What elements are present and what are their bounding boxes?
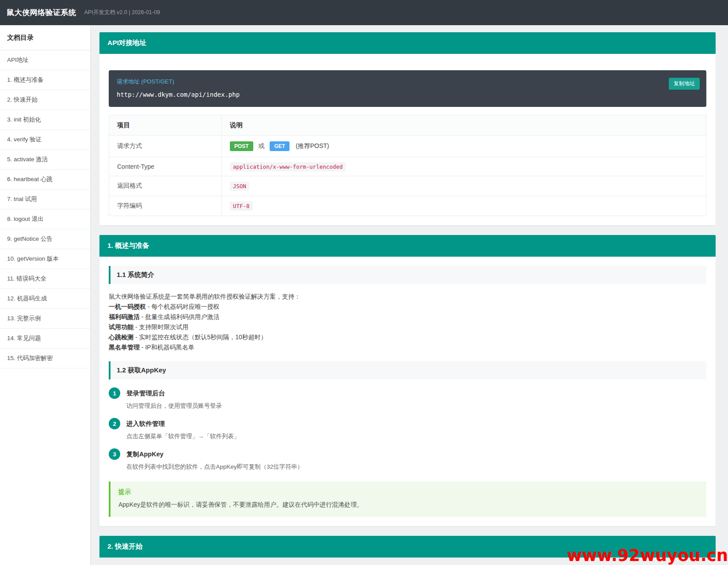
sidebar-item-error-codes[interactable]: 11. 错误码大全: [0, 269, 90, 289]
main-content: API对接地址 请求地址 (POST/GET) http://www.dkym.…: [91, 25, 728, 565]
feature-line: 一机一码授权 - 每个机器码对应唯一授权: [109, 302, 706, 312]
sidebar-item-heartbeat[interactable]: 6. heartbeat 心跳: [0, 170, 90, 190]
feature-line: 心跳检测 - 实时监控在线状态（默认5秒间隔，10秒超时）: [109, 332, 706, 342]
sidebar-item-machine-code[interactable]: 12. 机器码生成: [0, 289, 90, 309]
app-subtitle: API开发文档 v2.0 | 2026-01-09: [84, 9, 160, 16]
feature-name: 一机一码授权: [109, 303, 146, 310]
section-header-api-address: API对接地址: [99, 32, 716, 54]
step-description: 访问管理后台，使用管理员账号登录: [126, 402, 222, 410]
step-item: 3 复制AppKey 在软件列表中找到您的软件，点击AppKey即可复制（32位…: [109, 448, 706, 471]
row-value-method: POST 或 GET (推荐POST): [222, 136, 706, 157]
row-value-return-format: JSON: [222, 176, 706, 196]
row-label-method: 请求方式: [109, 136, 222, 157]
sidebar-item-logout[interactable]: 8. logout 退出: [0, 209, 90, 229]
sidebar-item-verify[interactable]: 4. verify 验证: [0, 130, 90, 150]
column-header-item: 项目: [109, 115, 222, 136]
app-header: 鼠大侠网络验证系统 API开发文档 v2.0 | 2026-01-09: [0, 0, 728, 25]
step-title: 复制AppKey: [126, 448, 303, 459]
sidebar: 文档目录 API地址 1. 概述与准备 2. 快速开始 3. init 初始化 …: [0, 25, 91, 565]
step-number-badge: 1: [109, 387, 120, 399]
feature-desc: - 支持限时限次试用: [133, 323, 188, 330]
feature-line: 福利码激活 - 批量生成福利码供用户激活: [109, 312, 706, 322]
tip-text: AppKey是软件的唯一标识，请妥善保管，不要泄露给用户。建议在代码中进行混淆处…: [118, 501, 698, 509]
sidebar-item-faq[interactable]: 14. 常见问题: [0, 329, 90, 349]
sidebar-item-quickstart[interactable]: 2. 快速开始: [0, 90, 90, 110]
panel-overview: 1. 概述与准备 1.1 系统简介 鼠大侠网络验证系统是一套简单易用的软件授权验…: [99, 235, 716, 526]
panel-api-address: API对接地址 请求地址 (POST/GET) http://www.dkym.…: [99, 32, 716, 225]
copy-address-button[interactable]: 复制地址: [669, 78, 700, 90]
feature-line: 试用功能 - 支持限时限次试用: [109, 322, 706, 332]
sidebar-item-encryption[interactable]: 15. 代码加密解密: [0, 349, 90, 368]
feature-name: 福利码激活: [109, 313, 140, 320]
request-url-box: 请求地址 (POST/GET) http://www.dkym.com/api/…: [109, 70, 706, 107]
return-format-code: JSON: [230, 182, 249, 191]
column-header-desc: 说明: [222, 115, 706, 136]
app-title: 鼠大侠网络验证系统: [7, 8, 76, 18]
feature-desc: - 实时监控在线状态（默认5秒间隔，10秒超时）: [133, 334, 267, 341]
sidebar-item-init[interactable]: 3. init 初始化: [0, 110, 90, 130]
row-label-content-type: Content-Type: [109, 157, 222, 176]
sidebar-item-getnotice[interactable]: 9. getNotice 公告: [0, 229, 90, 249]
step-number-badge: 3: [109, 448, 120, 460]
panel-api-body: 请求地址 (POST/GET) http://www.dkym.com/api/…: [99, 54, 716, 225]
row-value-charset: UTF-8: [222, 196, 706, 216]
panel-overview-body: 1.1 系统简介 鼠大侠网络验证系统是一套简单易用的软件授权验证解决方案，支持：…: [99, 257, 716, 526]
step-description: 在软件列表中找到您的软件，点击AppKey即可复制（32位字符串）: [126, 463, 303, 471]
table-row: 请求方式 POST 或 GET (推荐POST): [109, 136, 706, 157]
row-label-charset: 字符编码: [109, 196, 222, 216]
step-item: 1 登录管理后台 访问管理后台，使用管理员账号登录: [109, 387, 706, 410]
sidebar-title: 文档目录: [0, 25, 90, 50]
request-url-label: 请求地址 (POST/GET): [117, 78, 698, 86]
subsection-title-intro: 1.1 系统简介: [109, 266, 706, 284]
feature-name: 试用功能: [109, 323, 133, 330]
table-row: Content-Type application/x-www-form-urle…: [109, 157, 706, 176]
charset-code: UTF-8: [230, 201, 253, 211]
sidebar-item-overview[interactable]: 1. 概述与准备: [0, 70, 90, 90]
feature-desc: - IP和机器码黑名单: [140, 344, 194, 351]
request-url-value: http://www.dkym.com/api/index.php: [117, 91, 698, 98]
step-description: 点击左侧菜单「软件管理」→「软件列表」: [126, 432, 240, 440]
step-title: 进入软件管理: [126, 418, 240, 428]
step-title: 登录管理后台: [126, 387, 222, 398]
table-row: 返回格式 JSON: [109, 176, 706, 196]
get-badge: GET: [270, 141, 290, 151]
intro-paragraph: 鼠大侠网络验证系统是一套简单易用的软件授权验证解决方案，支持：: [109, 292, 706, 302]
content-type-code: application/x-www-form-urlencoded: [230, 162, 346, 171]
post-badge: POST: [230, 141, 253, 151]
method-or-text: 或: [259, 142, 265, 149]
sidebar-item-getversion[interactable]: 10. getVersion 版本: [0, 249, 90, 269]
method-note: (推荐POST): [296, 142, 329, 149]
row-value-content-type: application/x-www-form-urlencoded: [222, 157, 706, 176]
subsection-title-appkey: 1.2 获取AppKey: [109, 361, 706, 379]
section-header-overview: 1. 概述与准备: [99, 235, 716, 257]
feature-desc: - 批量生成福利码供用户激活: [140, 313, 219, 320]
step-number-badge: 2: [109, 418, 120, 429]
sidebar-item-api-address[interactable]: API地址: [0, 50, 90, 70]
watermark: www.92wuyou.cn: [567, 547, 728, 564]
feature-line: 黑名单管理 - IP和机器码黑名单: [109, 342, 706, 353]
tip-box: 提示 AppKey是软件的唯一标识，请妥善保管，不要泄露给用户。建议在代码中进行…: [109, 482, 706, 517]
sidebar-item-activate[interactable]: 5. activate 激活: [0, 150, 90, 170]
feature-desc: - 每个机器码对应唯一授权: [146, 303, 219, 310]
table-row: 字符编码 UTF-8: [109, 196, 706, 216]
feature-name: 黑名单管理: [109, 344, 140, 351]
api-info-table: 项目 说明 请求方式 POST 或 GET (推荐POST): [109, 115, 706, 216]
step-item: 2 进入软件管理 点击左侧菜单「软件管理」→「软件列表」: [109, 418, 706, 440]
sidebar-item-trial[interactable]: 7. trial 试用: [0, 190, 90, 209]
table-header-row: 项目 说明: [109, 115, 706, 136]
feature-name: 心跳检测: [109, 334, 133, 341]
sidebar-item-full-example[interactable]: 13. 完整示例: [0, 309, 90, 329]
tip-title: 提示: [118, 488, 698, 496]
sidebar-nav: API地址 1. 概述与准备 2. 快速开始 3. init 初始化 4. ve…: [0, 50, 90, 368]
row-label-return-format: 返回格式: [109, 176, 222, 196]
